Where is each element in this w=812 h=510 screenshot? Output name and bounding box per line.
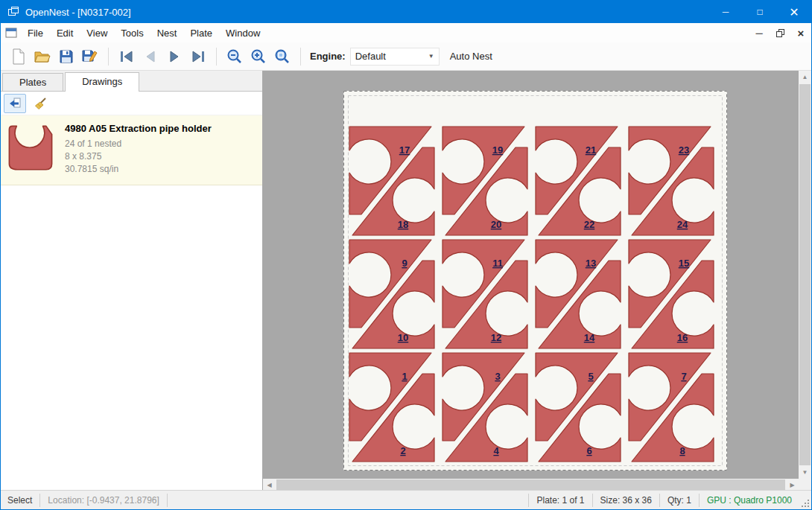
- nav-last-icon: [190, 50, 206, 63]
- send-to-drawing-icon: [8, 97, 22, 110]
- drawing-area: 30.7815 sq/in: [65, 163, 212, 176]
- zoom-in-icon: [250, 48, 267, 65]
- scroll-up-arrow[interactable]: ▲: [799, 71, 811, 83]
- status-plate: Plate: 1 of 1: [529, 494, 592, 507]
- menu-tools[interactable]: Tools: [114, 25, 150, 42]
- window-title: OpenNest - [N0317-002]: [25, 7, 708, 18]
- minimize-button[interactable]: ─: [708, 1, 743, 23]
- part-thumbnail: [7, 123, 54, 172]
- engine-label: Engine:: [310, 51, 346, 62]
- nav-prev-button[interactable]: [139, 45, 162, 68]
- menu-file[interactable]: File: [21, 25, 50, 42]
- part-number-label: 15: [679, 258, 689, 269]
- nav-last-button[interactable]: [186, 45, 210, 68]
- close-button[interactable]: ✕: [777, 1, 811, 23]
- save-icon: [59, 49, 74, 64]
- nav-first-button[interactable]: [115, 45, 139, 68]
- nav-prev-icon: [142, 50, 159, 63]
- mdi-close-button[interactable]: ×: [790, 25, 811, 41]
- new-button[interactable]: [7, 45, 31, 68]
- part-number-label: 23: [679, 144, 689, 156]
- app-window: OpenNest - [N0317-002] ─ □ ✕ File Edit V…: [0, 0, 812, 510]
- zoom-out-icon: [226, 48, 243, 65]
- status-qty: Qty: 1: [660, 494, 700, 507]
- chevron-down-icon: ▼: [428, 53, 434, 60]
- part-number-label: 7: [681, 371, 686, 382]
- zoom-in-button[interactable]: [247, 45, 270, 68]
- scroll-down-arrow[interactable]: ▼: [799, 466, 811, 479]
- part-number-label: 1: [402, 371, 407, 382]
- nav-next-button[interactable]: [162, 45, 186, 68]
- drawing-title: 4980 A05 Extraction pipe holder: [65, 123, 212, 134]
- horizontal-scroll-thumb[interactable]: [276, 479, 785, 491]
- part-number-label: 9: [402, 258, 407, 269]
- mdi-minimize-button[interactable]: ─: [749, 25, 770, 41]
- drawing-list-item[interactable]: 4980 A05 Extraction pipe holder 24 of 1 …: [1, 115, 262, 185]
- part-number-label: 21: [586, 144, 596, 156]
- clean-broom-icon: [34, 97, 47, 110]
- mdi-restore-button[interactable]: [770, 25, 790, 41]
- part-number-label: 2: [400, 445, 405, 456]
- title-bar: OpenNest - [N0317-002] ─ □ ✕: [1, 1, 811, 23]
- open-button[interactable]: [31, 45, 54, 68]
- part-number-label: 20: [491, 219, 501, 230]
- sidebar: Plates Drawings: [1, 71, 263, 491]
- menu-view[interactable]: View: [80, 25, 114, 42]
- clean-button[interactable]: [29, 94, 51, 113]
- vertical-scrollbar[interactable]: ▲ ▼: [799, 71, 811, 479]
- part-number-label: 8: [679, 445, 685, 456]
- resize-grip[interactable]: [799, 491, 811, 509]
- menu-edit[interactable]: Edit: [50, 25, 80, 42]
- status-bar: Select Location: [-0.9437, 21.8796] Plat…: [1, 490, 811, 509]
- vertical-scroll-thumb[interactable]: [799, 84, 811, 465]
- part-number-label: 24: [677, 219, 688, 230]
- save-edit-icon: [82, 48, 98, 64]
- status-size: Size: 36 x 36: [593, 494, 660, 507]
- drawing-dimensions: 8 x 8.375: [65, 150, 212, 163]
- status-mode: Select: [1, 494, 40, 507]
- tab-plates[interactable]: Plates: [2, 73, 63, 91]
- part-number-label: 5: [588, 371, 593, 382]
- resize-grip-icon: [801, 499, 810, 508]
- part-number-label: 22: [584, 219, 594, 230]
- auto-nest-button[interactable]: Auto Nest: [450, 51, 492, 62]
- part-number-label: 10: [398, 332, 408, 343]
- menu-bar: File Edit View Tools Nest Plate Window ─…: [1, 23, 811, 42]
- engine-select[interactable]: Default ▼: [350, 48, 440, 66]
- nest-canvas[interactable]: 171819202122232491011121314151612345678 …: [263, 71, 811, 491]
- drawing-nested-count: 24 of 1 nested: [65, 138, 212, 150]
- open-folder-icon: [34, 49, 51, 64]
- sidebar-tabstrip: Plates Drawings: [1, 71, 262, 92]
- tab-drawings[interactable]: Drawings: [65, 72, 139, 92]
- nav-next-icon: [166, 50, 183, 63]
- zoom-fit-button[interactable]: [270, 45, 294, 68]
- restore-icon: [776, 29, 784, 37]
- zoom-fit-icon: [274, 48, 291, 65]
- nest-cells: 171819202122232491011121314151612345678: [349, 127, 714, 462]
- engine-value: Default: [355, 51, 418, 62]
- plate[interactable]: 171819202122232491011121314151612345678: [343, 91, 727, 471]
- part-number-label: 3: [495, 371, 500, 382]
- part-number-label: 19: [492, 144, 503, 156]
- part-number-label: 16: [677, 332, 688, 343]
- maximize-button[interactable]: □: [743, 1, 777, 23]
- part-number-label: 6: [586, 445, 591, 456]
- menu-window[interactable]: Window: [219, 25, 267, 42]
- zoom-out-button[interactable]: [223, 45, 247, 68]
- mdi-child-icon: [5, 28, 17, 38]
- send-to-drawing-button[interactable]: [4, 94, 26, 113]
- part-number-label: 14: [584, 332, 595, 343]
- drawings-toolbar: [1, 92, 262, 115]
- status-gpu: GPU : Quadro P1000: [700, 494, 799, 507]
- status-location: Location: [-0.9437, 21.8796]: [40, 494, 167, 507]
- part-number-label: 13: [586, 258, 596, 269]
- menu-plate[interactable]: Plate: [183, 25, 219, 42]
- part-number-label: 18: [398, 219, 408, 230]
- save-button[interactable]: [54, 45, 78, 68]
- menu-nest[interactable]: Nest: [150, 25, 184, 42]
- new-file-icon: [11, 48, 26, 65]
- app-icon: [7, 6, 19, 18]
- part-number-label: 12: [491, 332, 501, 343]
- save-edit-button[interactable]: [78, 45, 102, 68]
- main-toolbar: Engine: Default ▼ Auto Nest: [1, 42, 811, 71]
